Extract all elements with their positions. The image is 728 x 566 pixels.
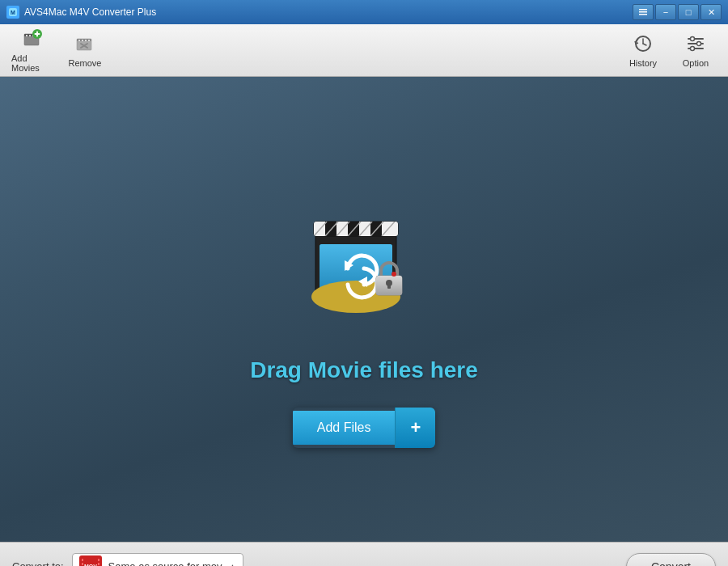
svg-rect-18 bbox=[85, 40, 87, 41]
remove-icon bbox=[74, 32, 96, 55]
minimize-button[interactable]: − bbox=[655, 4, 676, 20]
add-movies-label: Add Movies bbox=[11, 53, 53, 73]
svg-rect-19 bbox=[88, 40, 90, 41]
format-text: Same as source for mov bbox=[108, 560, 222, 566]
svg-rect-60 bbox=[82, 559, 83, 561]
drag-drop-text: Drag Movie files here bbox=[250, 357, 478, 383]
convert-button[interactable]: Convert bbox=[626, 553, 716, 567]
toolbar-right: History Option bbox=[619, 28, 720, 73]
svg-text:MOV: MOV bbox=[84, 564, 97, 567]
svg-text:M: M bbox=[11, 10, 15, 15]
svg-rect-61 bbox=[82, 563, 83, 565]
svg-point-30 bbox=[691, 47, 695, 51]
drop-zone-icon bbox=[283, 171, 445, 333]
close-button[interactable]: ✕ bbox=[700, 4, 722, 20]
add-files-plus-icon[interactable]: + bbox=[395, 408, 435, 448]
convert-to-label: Convert to: bbox=[12, 560, 64, 566]
clapperboard-svg bbox=[299, 188, 429, 317]
option-label: Option bbox=[683, 58, 709, 68]
window-controls: − □ ✕ bbox=[633, 4, 722, 20]
remove-button[interactable]: Remove bbox=[61, 28, 109, 73]
svg-point-57 bbox=[392, 272, 396, 277]
svg-rect-16 bbox=[78, 40, 80, 41]
svg-rect-64 bbox=[98, 559, 99, 561]
add-files-button[interactable]: Add Files + bbox=[293, 408, 436, 448]
format-icon: MOV bbox=[79, 555, 102, 567]
bottom-bar: Convert to: MOV Same as source for mov ▲… bbox=[0, 542, 728, 566]
remove-label: Remove bbox=[69, 58, 102, 68]
maximize-button[interactable]: □ bbox=[678, 4, 699, 20]
svg-point-29 bbox=[697, 42, 701, 46]
system-menu-button[interactable] bbox=[633, 4, 654, 20]
history-icon bbox=[632, 32, 654, 55]
svg-rect-3 bbox=[639, 11, 647, 13]
title-bar-left: M AVS4Mac M4V Converter Plus bbox=[6, 6, 156, 19]
svg-rect-4 bbox=[639, 14, 647, 15]
format-selector[interactable]: MOV Same as source for mov ▲ bbox=[72, 553, 244, 567]
history-label: History bbox=[629, 58, 657, 68]
svg-rect-65 bbox=[98, 563, 99, 565]
main-content: Drag Movie files here Add Files + bbox=[0, 77, 728, 542]
dropdown-arrow-icon: ▲ bbox=[228, 562, 236, 566]
option-icon bbox=[684, 32, 707, 55]
svg-rect-2 bbox=[639, 9, 647, 11]
option-button[interactable]: Option bbox=[671, 28, 720, 73]
svg-rect-56 bbox=[387, 283, 391, 289]
toolbar: Add Movies Remove bbox=[0, 24, 728, 77]
svg-rect-13 bbox=[35, 33, 40, 35]
app-title: AVS4Mac M4V Converter Plus bbox=[24, 6, 156, 18]
svg-point-28 bbox=[691, 37, 695, 41]
history-button[interactable]: History bbox=[619, 28, 667, 73]
svg-rect-8 bbox=[29, 35, 31, 36]
svg-line-24 bbox=[643, 44, 646, 45]
svg-rect-7 bbox=[26, 35, 28, 36]
svg-rect-17 bbox=[82, 40, 83, 41]
add-movies-button[interactable]: Add Movies bbox=[8, 28, 57, 73]
title-bar: M AVS4Mac M4V Converter Plus − □ ✕ bbox=[0, 0, 728, 24]
add-movies-icon bbox=[21, 27, 44, 50]
app-icon: M bbox=[6, 6, 19, 19]
add-files-label[interactable]: Add Files bbox=[293, 411, 396, 445]
